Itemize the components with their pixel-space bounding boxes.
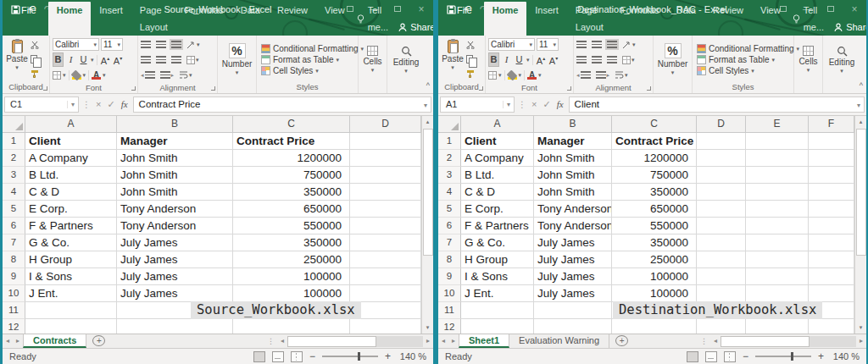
cell-C1[interactable]: Contract Price [612,133,697,150]
decrease-indent-icon[interactable]: ◂ [141,69,155,82]
ribbon-tab-formulas[interactable]: Formulas [612,2,668,36]
font-color-icon[interactable]: A [527,71,537,80]
formula-bar-expand-icon[interactable]: ▾ [420,97,431,113]
page-break-view-icon[interactable] [724,351,736,362]
ribbon-tab-view[interactable]: View [316,2,353,36]
cell-B12[interactable] [534,319,612,334]
cell-D9[interactable] [697,268,746,285]
close-button[interactable]: × [843,0,866,19]
cell-A11[interactable] [461,302,534,319]
column-header-D[interactable]: D [697,116,746,132]
increase-indent-icon[interactable]: ▸ [596,69,610,82]
cell-B5[interactable]: Tony Anderson [534,201,612,218]
fill-color-icon[interactable] [72,70,81,80]
cell-B12[interactable] [117,319,233,334]
editing-button[interactable]: Editing ▾ [826,38,858,81]
cell-D7[interactable] [697,234,746,251]
cell-B3[interactable]: John Smith [534,167,612,184]
decrease-indent-icon[interactable]: ◂ [576,69,591,82]
alignment-dialog-launcher-icon[interactable] [647,86,651,91]
cell-A7[interactable]: G & Co. [25,234,117,251]
cell-B8[interactable]: July James [534,251,612,268]
format-as-table-button[interactable]: Format as Table ▾ [261,55,355,64]
vertical-scroll-thumb[interactable] [423,129,433,256]
top-align-icon[interactable] [576,41,587,48]
row-header-12[interactable]: 12 [3,319,25,334]
align-center-icon[interactable] [156,56,166,63]
cell-C2[interactable]: 1200000 [612,150,697,167]
cell-B1[interactable]: Manager [534,133,612,150]
column-header-B[interactable]: B [117,116,233,132]
bottom-align-icon[interactable] [171,41,181,48]
zoom-out-icon[interactable]: − [309,350,315,362]
row-header-3[interactable]: 3 [438,167,461,184]
share-button[interactable]: Share [824,19,866,36]
cell-E10[interactable] [746,285,809,302]
italic-button[interactable]: I [501,53,512,66]
cell-C4[interactable]: 350000 [612,184,697,201]
cell-B8[interactable]: July James [117,251,233,268]
row-header-4[interactable]: 4 [438,184,461,201]
cell-D8[interactable] [697,251,746,268]
cancel-icon[interactable]: × [96,99,101,109]
cells-button[interactable]: Cells ▾ [361,38,384,81]
ribbon-tab-data[interactable]: Data [668,2,704,36]
cancel-icon[interactable]: × [531,99,537,109]
cell-C7[interactable]: 350000 [612,234,697,251]
zoom-slider[interactable] [322,356,378,357]
column-header-C[interactable]: C [233,116,350,132]
cell-D2[interactable] [697,150,746,167]
ribbon-tab-review[interactable]: Review [269,2,316,36]
ribbon-tab-view[interactable]: View [752,2,789,36]
align-right-icon[interactable] [607,56,617,63]
cell-F7[interactable] [809,234,854,251]
cell-A6[interactable]: F & Partners [461,218,534,234]
shrink-font-button[interactable]: A [548,52,559,68]
font-size-select[interactable]: 11▾ [101,38,123,51]
cell-A5[interactable]: E Corp. [461,201,534,218]
cell-E9[interactable] [746,268,809,285]
column-header-F[interactable]: F [809,116,854,132]
bold-button[interactable]: B [53,52,64,67]
cell-D4[interactable] [350,184,421,201]
name-box[interactable]: A1 ▾ [440,97,515,113]
bold-button[interactable]: B [488,52,499,67]
enter-icon[interactable]: ✓ [107,99,114,110]
row-header-7[interactable]: 7 [3,234,25,251]
align-center-icon[interactable] [592,56,602,63]
font-size-select[interactable]: 11▾ [537,38,559,51]
horizontal-scroll-thumb[interactable] [287,336,376,347]
formula-bar-expand-icon[interactable]: ▾ [854,97,865,113]
font-name-select[interactable]: Calibri▾ [53,38,99,51]
increase-indent-icon[interactable]: ▸ [160,69,175,82]
cell-E4[interactable] [746,184,809,201]
font-name-select[interactable]: Calibri▾ [488,38,535,51]
zoom-in-icon[interactable]: + [818,350,824,362]
format-painter-icon[interactable] [31,69,41,78]
cell-E8[interactable] [746,251,809,268]
horizontal-scroll-thumb[interactable] [721,336,810,347]
zoom-percent[interactable]: 140 % [831,351,860,361]
formula-bar-input[interactable]: Contract Price [133,97,420,113]
row-header-6[interactable]: 6 [3,218,25,234]
name-box-dropdown-icon[interactable]: ▾ [67,101,78,108]
cell-C3[interactable]: 750000 [233,167,350,184]
font-dialog-launcher-icon[interactable] [567,86,571,91]
top-align-icon[interactable] [141,41,151,48]
cell-F1[interactable] [809,133,854,150]
row-header-12[interactable]: 12 [438,319,461,334]
cell-F6[interactable] [809,218,854,234]
cell-D1[interactable] [697,133,746,150]
middle-align-icon[interactable] [156,41,166,48]
align-left-icon[interactable] [141,56,151,63]
italic-button[interactable]: I [65,53,76,66]
cell-C7[interactable]: 350000 [233,234,350,251]
maximize-button[interactable] [386,0,409,19]
column-header-C[interactable]: C [612,116,697,132]
wrap-text-icon[interactable]: ▾ [615,71,628,79]
underline-button[interactable]: U [514,53,525,66]
hscroll-right-icon[interactable]: ▸ [423,334,433,348]
cell-C5[interactable]: 650000 [612,201,697,218]
wrap-text-icon[interactable]: ▾ [179,71,192,79]
borders-icon[interactable] [488,71,497,80]
